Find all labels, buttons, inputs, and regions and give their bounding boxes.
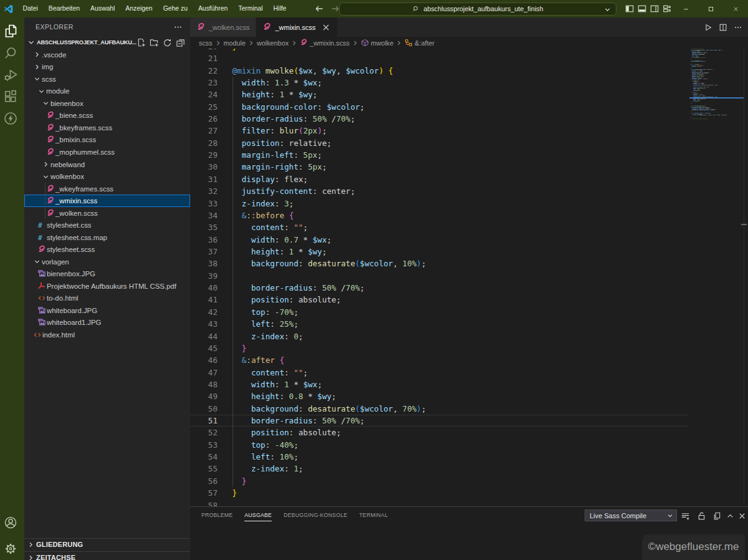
account-icon[interactable] [3, 515, 18, 530]
image-file-icon [37, 318, 46, 327]
maximize-panel-icon[interactable] [726, 511, 735, 521]
section-gliederung[interactable]: GLIEDERUNG [24, 538, 190, 551]
nav-history-controls [314, 4, 340, 14]
sass-file-icon [46, 196, 55, 205]
menu-auswahl[interactable]: Auswahl [85, 0, 120, 17]
panel-actions: Live Sass Compile [585, 509, 748, 522]
panel-tab-ausgabe[interactable]: AUSGABE [244, 507, 272, 524]
thunder-client-icon[interactable] [3, 111, 18, 126]
customize-layout-icon[interactable] [663, 4, 671, 13]
code-line-45: } [233, 342, 247, 354]
breadcrumb-item[interactable]: _wmixin.scss [300, 39, 350, 47]
tree-item-vorlagen[interactable]: vorlagen [24, 256, 190, 268]
breadcrumb-item[interactable]: wolkenbox [257, 39, 289, 47]
tree-item-wolkenbox[interactable]: wolkenbox [24, 170, 190, 183]
tree-item-nebelwand[interactable]: nebelwand [24, 158, 190, 171]
code-line-20: } [233, 49, 237, 52]
section-zeitachse[interactable]: ZEITACHSE [24, 551, 190, 560]
panel-tab-debugging-konsole[interactable]: DEBUGGING-KONSOLE [284, 507, 347, 524]
tree-item-whiteboard.JPG[interactable]: whiteboard.JPG [24, 304, 190, 317]
tree-item-module[interactable]: module [24, 85, 190, 98]
toggle-sidebar-icon[interactable] [625, 4, 634, 13]
line-number: 30 [190, 161, 218, 173]
code-line-50: background: desaturate($wcolor, 70%); [233, 403, 426, 415]
tree-item-bienenbox.JPG[interactable]: bienenbox.JPG [24, 268, 190, 281]
tree-item-Projektwoche_Aufbaukurs_HTML_CSS.pdf[interactable]: Projektwoche Aufbaukurs HTML CSS.pdf [24, 280, 190, 292]
menu-datei[interactable]: Datei [17, 0, 43, 17]
clear-output-icon[interactable] [681, 511, 690, 521]
tab-_wmixin.scss[interactable]: _wmixin.scss [256, 17, 338, 37]
more-actions-icon[interactable] [734, 23, 742, 32]
tree-item-bienenbox[interactable]: bienenbox [24, 97, 190, 110]
menu-ausfhren[interactable]: Ausführen [193, 0, 233, 17]
extensions-icon[interactable] [3, 89, 18, 104]
tree-item-_bmixin.scss[interactable]: _bmixin.scss [24, 134, 190, 147]
settings-gear-icon[interactable] [3, 541, 18, 556]
menu-anzeigen[interactable]: Anzeigen [120, 0, 158, 17]
tree-item-_biene.scss[interactable]: _biene.scss [24, 110, 190, 122]
breadcrumb-item[interactable]: mwolke [361, 39, 394, 47]
tree-item-_wolken.scss[interactable]: _wolken.scss [24, 207, 190, 220]
breadcrumb-item[interactable]: scss [199, 39, 213, 47]
tree-item-stylesheet.scss[interactable]: stylesheet.scss [24, 243, 190, 256]
window-controls [673, 0, 748, 17]
tree-item-stylesheet.css.map[interactable]: stylesheet.css.map [24, 231, 190, 244]
breadcrumb-item[interactable]: &:after [405, 39, 434, 47]
tree-item-stylesheet.css[interactable]: stylesheet.css [24, 219, 190, 231]
tree-item-whiteboard1.JPG[interactable]: whiteboard1.JPG [24, 317, 190, 329]
breadcrumb-label: wolkenbox [257, 39, 289, 47]
tree-item-label: whiteboard1.JPG [47, 319, 101, 326]
tab-_wolken.scss[interactable]: _wolken.scss [190, 17, 256, 37]
chevron-down-icon [603, 6, 611, 14]
menu-terminal[interactable]: Terminal [233, 0, 268, 17]
close-button[interactable] [723, 0, 748, 17]
toggle-secondary-sidebar-icon[interactable] [650, 4, 659, 13]
nav-back-icon[interactable] [314, 4, 324, 14]
tree-item-label: module [46, 87, 69, 95]
sass-file-icon [196, 22, 206, 32]
run-debug-icon[interactable] [3, 67, 18, 82]
tree-item-img[interactable]: img [24, 61, 190, 74]
run-icon[interactable] [704, 23, 712, 32]
panel-tab-terminal[interactable]: TERMINAL [359, 507, 388, 524]
tree-item-_mophummel.scss[interactable]: _mophummel.scss [24, 146, 190, 158]
menu-bearbeiten[interactable]: Bearbeiten [43, 0, 85, 17]
maximize-button[interactable] [698, 0, 723, 17]
menu-gehezu[interactable]: Gehe zu [158, 0, 193, 17]
tree-item-.vscode[interactable]: .vscode [24, 49, 190, 61]
command-center-search[interactable]: abschlussprojekt_aufbaukurs_ute_finish [339, 2, 616, 16]
menu-hilfe[interactable]: Hilfe [268, 0, 292, 17]
tree-item-label: whiteboard.JPG [47, 307, 97, 314]
tree-item-index.html[interactable]: index.html [24, 329, 190, 341]
panel-tab-probleme[interactable]: PROBLEME [201, 507, 233, 524]
open-in-editor-icon[interactable] [712, 511, 721, 521]
output-channel-select[interactable]: Live Sass Compile [585, 509, 677, 521]
split-editor-icon[interactable] [719, 23, 727, 32]
watermark-text: ©webgefluester.me [648, 541, 739, 553]
minimap[interactable]: // wolken am himmel @mixin wolkenbox($wb… [691, 49, 746, 506]
minimize-button[interactable] [673, 0, 698, 17]
line-number: 57 [190, 487, 218, 499]
tree-item-label: .vscode [42, 51, 66, 59]
tree-item-_bkeyframes.scss[interactable]: _bkeyframes.scss [24, 122, 190, 134]
views-more-actions-icon[interactable] [173, 22, 183, 32]
tree-item-to-do.html[interactable]: to-do.html [24, 292, 190, 305]
explorer-sidebar: EXPLORER ABSCHLUSSPROJEKT_AUFBAUKU... .v… [24, 17, 190, 560]
tree-item-scss[interactable]: scss [24, 73, 190, 85]
unlock-icon[interactable] [697, 511, 706, 521]
new-file-icon[interactable] [137, 38, 146, 47]
files-icon[interactable] [3, 24, 18, 39]
breadcrumb-item[interactable]: module [224, 39, 246, 47]
close-panel-icon[interactable] [737, 511, 747, 521]
close-tab-icon[interactable] [321, 22, 331, 32]
tree-item-_wkeyframes.scss[interactable]: _wkeyframes.scss [24, 183, 190, 195]
tree-item-_wmixin.scss[interactable]: _wmixin.scss [24, 195, 190, 207]
collapse-all-icon[interactable] [176, 38, 185, 47]
toggle-panel-icon[interactable] [638, 4, 646, 13]
code-editor[interactable]: 20}2122@mixin mwolke($wx, $wy, $wcolor) … [190, 49, 748, 506]
search-icon[interactable] [3, 46, 18, 60]
refresh-icon[interactable] [163, 38, 172, 47]
tree-item-label: img [42, 63, 53, 70]
workspace-root-row[interactable]: ABSCHLUSSPROJEKT_AUFBAUKU... [24, 37, 190, 49]
new-folder-icon[interactable] [150, 38, 159, 47]
